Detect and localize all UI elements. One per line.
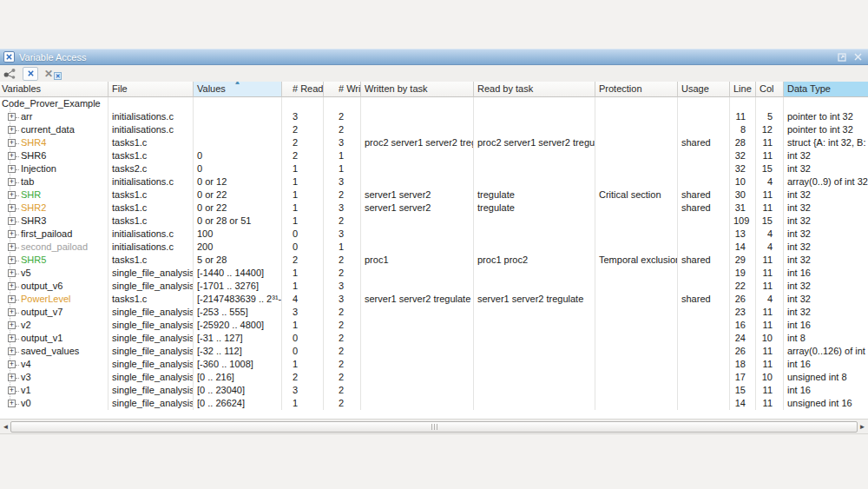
cell-usage [678,97,730,110]
table-row[interactable]: +SHR6tasks1.c0213211int 32 [0,149,868,162]
table-row[interactable]: +output_v6single_file_analysis.c[-1701 .… [0,280,868,293]
cell-written-by [361,319,474,332]
column-label: File [112,83,128,94]
column-header-written-by-task[interactable]: Written by task [361,82,474,97]
expand-icon[interactable]: + [8,400,16,407]
cell-reads: 2 [282,123,324,136]
cell-reads: 3 [282,110,324,123]
table-row[interactable]: +output_v1single_file_analysis.c[-31 .. … [0,332,868,345]
expand-icon[interactable]: + [8,126,16,134]
expand-icon[interactable]: + [8,217,16,225]
table-row[interactable]: +v4single_file_analysis.c[-360 .. 1008]1… [0,358,868,371]
table-row[interactable]: +first_pailoadinitialisations.c10003134i… [0,228,868,241]
column-header-protection[interactable]: Protection [595,82,678,97]
scrollbar-thumb[interactable] [10,421,858,433]
access-graph-button[interactable] [3,67,16,81]
table-row[interactable]: +PowerLeveltasks1.c[-2147483639 .. 2³¹-1… [0,293,868,306]
expand-icon[interactable]: + [8,243,16,251]
column-header-reads[interactable]: # Reads [282,82,324,97]
cell-read-by [474,149,595,162]
expand-icon[interactable]: + [8,321,16,329]
table-row[interactable]: +SHR2tasks1.c0 or 2213server1 server2tre… [0,202,868,215]
table-row[interactable]: +SHR5tasks1.c5 or 2822proc1proc1 proc2Te… [0,254,868,267]
cell-reads: 1 [282,162,324,175]
expand-icon[interactable]: + [8,269,16,277]
column-header-usage[interactable]: Usage [678,82,730,97]
cell-variable: +saved_values [0,345,108,358]
cell-line: 10 [730,175,756,188]
cell-protection [595,384,678,397]
clear-option-checkbox[interactable]: ✕ [54,72,62,80]
table-row[interactable]: +arrinitialisations.c32115pointer to int… [0,110,868,123]
expand-icon[interactable]: + [8,373,16,381]
open-variable-access-window-button[interactable] [23,67,38,81]
expand-icon[interactable]: + [8,256,16,264]
table-row[interactable]: +v5single_file_analysis.c[-1440 .. 14400… [0,267,868,280]
float-window-icon[interactable] [837,52,847,63]
column-header-values[interactable]: ▲Values [194,82,282,97]
expand-icon[interactable]: + [8,360,16,368]
cell-usage [678,228,730,241]
expand-icon[interactable]: + [8,191,16,199]
cell-line: 23 [730,306,756,319]
cell-reads [282,97,324,110]
scroll-right-arrow-icon[interactable]: ► [858,420,867,433]
column-header-line[interactable]: Line [730,82,756,97]
cell-read-by [474,215,595,228]
table-row[interactable]: +SHRtasks1.c0 or 2212server1 server2treg… [0,188,868,202]
table-row[interactable]: +v0single_file_analysis.c[0 .. 26624]121… [0,397,868,410]
column-header-col[interactable]: Col [756,82,784,97]
expand-icon[interactable]: + [8,334,16,342]
cell-col: 15 [756,162,784,175]
expand-icon[interactable]: + [8,308,16,316]
table-row[interactable]: +current_datainitialisations.c22812point… [0,123,868,136]
table-row[interactable]: +saved_valuessingle_file_analysis.c[-32 … [0,345,868,358]
table-row[interactable]: +SHR3tasks1.c0 or 28 or 511210915int 32 [0,215,868,228]
column-header-read-by-task[interactable]: Read by task [474,82,595,97]
expand-icon[interactable]: + [8,152,16,160]
expand-icon[interactable]: + [8,347,16,355]
expand-icon[interactable]: + [8,165,16,173]
table-row[interactable]: +output_v7single_file_analysis.c[-253 ..… [0,306,868,319]
scroll-left-arrow-icon[interactable]: ◄ [1,420,10,433]
cell-protection [595,149,678,162]
cell-variable: +Injection [0,162,108,175]
table-row[interactable]: +second_pailoadinitialisations.c20001144… [0,241,868,254]
table-row[interactable]: +Injectiontasks2.c0113215int 32 [0,162,868,175]
cell-data-type: int 32 [784,280,868,293]
table-row[interactable]: +v1single_file_analysis.c[0 .. 23040]321… [0,384,868,397]
horizontal-scrollbar[interactable]: ◄ ► [0,419,868,434]
cell-data-type: int 8 [784,332,868,345]
cell-data-type: int 32 [784,162,868,175]
expand-icon[interactable]: + [8,230,16,238]
table-row[interactable]: Code_Prover_Example [0,97,868,110]
expand-icon[interactable]: + [8,139,16,147]
expand-icon[interactable]: + [8,387,16,394]
cell-variable: +v2 [0,319,108,332]
cell-usage [678,332,730,345]
clear-button[interactable]: ✕ ✕ [44,67,62,81]
cell-usage [678,149,730,162]
cell-col: 11 [756,280,784,293]
expand-icon[interactable]: + [8,113,16,121]
expand-icon[interactable]: + [8,282,16,290]
variable-name: SHR [19,189,41,200]
cell-values: 5 or 28 [194,254,282,267]
table-row[interactable]: +SHR4tasks1.c23proc2 server1 server2 tre… [0,136,868,149]
cell-protection [595,228,678,241]
cell-line: 26 [730,293,756,306]
cell-variable: +second_paiload [0,241,108,254]
expand-icon[interactable]: + [8,295,16,303]
column-header-writes[interactable]: # Writes [324,82,361,97]
cell-usage [678,280,730,293]
expand-icon[interactable]: + [8,178,16,186]
table-row[interactable]: +tabinitialisations.c0 or 1213104array(0… [0,175,868,188]
column-header-data-type[interactable]: Data Type [784,82,868,97]
column-header-variables[interactable]: Variables [0,82,108,97]
table-row[interactable]: +v2single_file_analysis.c[-25920 .. 4800… [0,319,868,332]
column-header-file[interactable]: File [108,82,194,97]
expand-icon[interactable]: + [8,204,16,212]
cell-writes: 3 [324,175,361,188]
table-row[interactable]: +v3single_file_analysis.c[0 .. 216]22171… [0,371,868,384]
close-icon[interactable] [852,52,863,63]
